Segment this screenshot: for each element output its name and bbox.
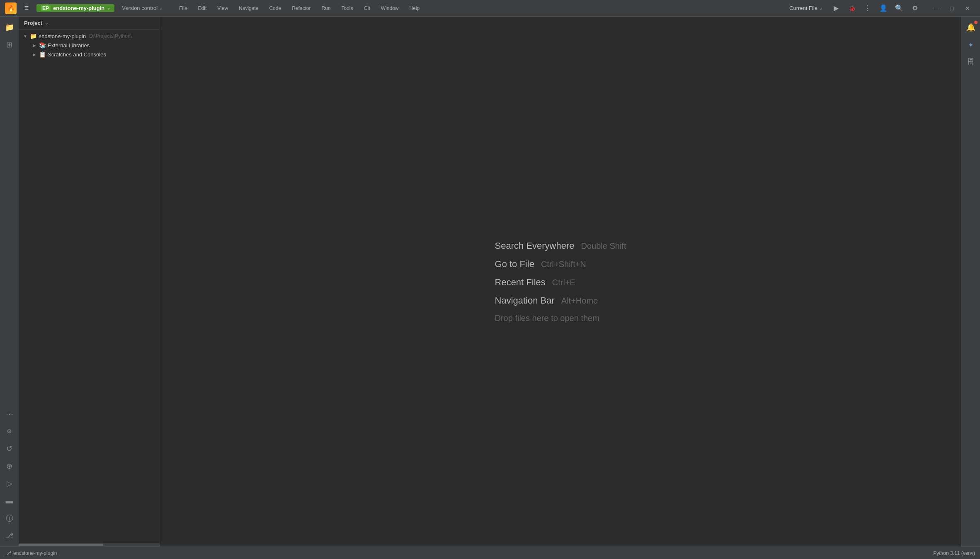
sidebar-scrollbar[interactable]: [19, 543, 160, 547]
folder-icon: 📁: [5, 23, 14, 32]
project-panel: Project ⌄ ▼ 📁 endstone-my-plugin D:\Proj…: [19, 17, 160, 547]
problems-icon: ⓘ: [6, 513, 13, 523]
close-button[interactable]: ✕: [960, 2, 975, 15]
current-file-label: Current File: [789, 5, 817, 11]
terminal-icon: ▬: [6, 497, 13, 506]
ai-icon: ✦: [968, 41, 973, 49]
navigation-bar-label: Navigation Bar: [495, 295, 555, 306]
menu-code[interactable]: Code: [264, 4, 286, 13]
hint-search-everywhere[interactable]: Search Everywhere Double Shift: [495, 241, 626, 251]
profile-button[interactable]: 👤: [877, 2, 890, 15]
folder-icon: 📁: [30, 33, 37, 39]
run-icon: ▶: [834, 4, 839, 12]
python-interpreter-item[interactable]: Python 3.11 (venv): [933, 550, 975, 556]
settings-button[interactable]: ⚙: [909, 2, 921, 15]
database-icon: 🗄: [967, 58, 975, 67]
main-menu-button[interactable]: ≡: [21, 2, 32, 14]
activity-project[interactable]: 📁: [2, 20, 17, 35]
notification-badge: [974, 21, 978, 24]
menu-file[interactable]: File: [174, 4, 192, 13]
activity-git[interactable]: ⎇: [2, 528, 17, 543]
bell-icon: 🔔: [966, 23, 975, 32]
app-logo: 🔥: [5, 2, 17, 14]
hint-navigation-bar[interactable]: Navigation Bar Alt+Home: [495, 295, 598, 306]
current-file-arrow-icon: ⌄: [819, 6, 822, 10]
git-branch-icon: ⎇: [5, 550, 12, 557]
statusbar-left: ⎇ endstone-my-plugin: [5, 550, 57, 557]
main-layout: 📁 ⊞ ⋯ ⚙ ↺ ⊛ ▷ ▬ ⓘ ⎇: [0, 17, 980, 547]
hint-recent-files[interactable]: Recent Files Ctrl+E: [495, 277, 575, 288]
activity-run-console[interactable]: ↺: [2, 441, 17, 456]
hint-go-to-file[interactable]: Go to File Ctrl+Shift+N: [495, 259, 586, 270]
library-icon: 📚: [39, 42, 46, 49]
menu-view[interactable]: View: [212, 4, 233, 13]
search-everywhere-label: Search Everywhere: [495, 241, 575, 251]
activity-layers[interactable]: ⊛: [2, 459, 17, 474]
project-selector[interactable]: EP endstone-my-plugin ⌄: [36, 4, 114, 12]
tree-label-root: endstone-my-plugin: [39, 33, 86, 39]
project-abbr: EP: [41, 5, 51, 11]
hint-drop-files: Drop files here to open them: [495, 314, 599, 323]
scratches-icon: 📋: [39, 51, 46, 58]
layers-icon: ⊛: [6, 462, 12, 471]
git-project-name: endstone-my-plugin: [13, 550, 57, 556]
menu-git[interactable]: Git: [359, 4, 375, 13]
menu-navigate[interactable]: Navigate: [234, 4, 263, 13]
menu-refactor[interactable]: Refactor: [287, 4, 315, 13]
version-control-selector[interactable]: Version control ⌄: [119, 4, 166, 12]
run-debug-icon: ▷: [7, 479, 12, 488]
search-everywhere-shortcut: Double Shift: [581, 241, 626, 251]
tree-item-root[interactable]: ▼ 📁 endstone-my-plugin D:\Projects\Pytho…: [19, 32, 160, 41]
tree-chevron-scratches: ▶: [32, 52, 37, 57]
version-control-arrow-icon: ⌄: [159, 6, 163, 10]
project-panel-header[interactable]: Project ⌄: [19, 17, 160, 30]
tools-icon: ⚙: [7, 428, 12, 435]
debug-icon: 🐞: [849, 5, 856, 12]
settings-icon: ⚙: [912, 4, 918, 12]
tree-chevron-root: ▼: [22, 34, 28, 39]
left-activity-bar: 📁 ⊞ ⋯ ⚙ ↺ ⊛ ▷ ▬ ⓘ ⎇: [0, 17, 19, 547]
more-actions-button[interactable]: ⋮: [861, 2, 874, 15]
go-to-file-label: Go to File: [495, 259, 534, 270]
git-icon: ⎇: [5, 531, 14, 540]
tree-item-scratches[interactable]: ▶ 📋 Scratches and Consoles: [19, 50, 160, 59]
project-name: endstone-my-plugin: [53, 5, 104, 11]
run-console-icon: ↺: [6, 444, 12, 453]
database-button[interactable]: 🗄: [963, 55, 978, 70]
menu-help[interactable]: Help: [405, 4, 425, 13]
search-icon: 🔍: [895, 4, 903, 12]
status-bar: ⎇ endstone-my-plugin Python 3.11 (venv): [0, 547, 980, 559]
project-label: Project: [24, 20, 42, 26]
ai-assistant-button[interactable]: ✦: [963, 37, 978, 52]
menu-run[interactable]: Run: [316, 4, 335, 13]
notifications-button[interactable]: 🔔: [963, 20, 978, 35]
maximize-icon: □: [950, 5, 953, 12]
tree-chevron-ext-libs: ▶: [32, 43, 37, 48]
right-activity-bar: 🔔 ✦ 🗄: [961, 17, 980, 547]
project-header-arrow-icon: ⌄: [45, 21, 48, 25]
activity-more[interactable]: ⋯: [2, 406, 17, 421]
git-branch-item[interactable]: ⎇ endstone-my-plugin: [5, 550, 57, 557]
window-controls: — □ ✕: [929, 2, 975, 15]
activity-problems[interactable]: ⓘ: [2, 511, 17, 526]
activity-structure[interactable]: ⊞: [2, 37, 17, 52]
minimize-button[interactable]: —: [929, 2, 944, 15]
statusbar-right: Python 3.11 (venv): [933, 550, 975, 556]
recent-files-label: Recent Files: [495, 277, 546, 288]
tree-label-scratches: Scratches and Consoles: [48, 51, 106, 58]
tree-item-ext-libs[interactable]: ▶ 📚 External Libraries: [19, 41, 160, 50]
activity-bottom-tools[interactable]: ⚙: [2, 424, 17, 439]
current-file-selector[interactable]: Current File ⌄: [786, 4, 826, 12]
editor-area: Search Everywhere Double Shift Go to Fil…: [160, 17, 961, 547]
menu-window[interactable]: Window: [376, 4, 404, 13]
menu-tools[interactable]: Tools: [337, 4, 358, 13]
search-button[interactable]: 🔍: [893, 2, 905, 15]
debug-button[interactable]: 🐞: [846, 2, 858, 15]
recent-files-shortcut: Ctrl+E: [552, 278, 575, 287]
activity-run-debug[interactable]: ▷: [2, 476, 17, 491]
more-icon: ⋮: [864, 4, 871, 12]
activity-terminal[interactable]: ▬: [2, 493, 17, 508]
menu-edit[interactable]: Edit: [193, 4, 212, 13]
maximize-button[interactable]: □: [944, 2, 959, 15]
run-button[interactable]: ▶: [830, 2, 842, 15]
